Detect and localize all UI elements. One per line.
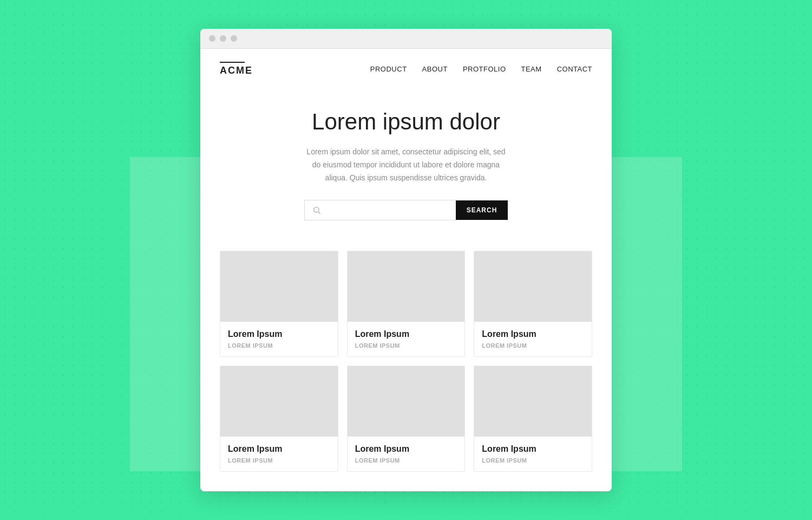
nav-link-protfolio[interactable]: PROTFOLIO xyxy=(463,65,506,73)
nav-link-contact[interactable]: CONTACT xyxy=(557,65,592,73)
card-1-image xyxy=(220,251,338,322)
card-5-title: Lorem Ipsum xyxy=(355,444,457,454)
card-5-image xyxy=(348,366,465,437)
card-3-subtitle: LOREM IPSUM xyxy=(482,342,584,349)
logo-area: ACME xyxy=(220,62,253,76)
card-4-subtitle: LOREM IPSUM xyxy=(228,457,330,464)
card-3[interactable]: Lorem Ipsum LOREM IPSUM xyxy=(474,251,592,357)
browser-content: ACME PRODUCT ABOUT PROTFOLIO TEAM CONTAC… xyxy=(200,49,612,491)
nav-link-team[interactable]: TEAM xyxy=(521,65,542,73)
card-1-subtitle: LOREM IPSUM xyxy=(228,342,330,349)
card-6-image xyxy=(474,366,592,437)
card-6-body: Lorem Ipsum LOREM IPSUM xyxy=(474,437,592,471)
browser-dot-red xyxy=(209,35,215,42)
logo-line xyxy=(220,62,245,63)
search-button[interactable]: SEARCH xyxy=(456,200,508,220)
card-5-body: Lorem Ipsum LOREM IPSUM xyxy=(348,437,465,471)
search-input-wrapper xyxy=(304,200,456,220)
search-input[interactable] xyxy=(325,206,448,214)
card-3-image xyxy=(474,251,592,322)
card-4[interactable]: Lorem Ipsum LOREM IPSUM xyxy=(220,366,338,472)
card-6[interactable]: Lorem Ipsum LOREM IPSUM xyxy=(474,366,592,472)
browser-window: ACME PRODUCT ABOUT PROTFOLIO TEAM CONTAC… xyxy=(200,29,612,491)
card-2-title: Lorem Ipsum xyxy=(355,329,457,339)
card-5[interactable]: Lorem Ipsum LOREM IPSUM xyxy=(347,366,466,472)
card-4-title: Lorem Ipsum xyxy=(228,444,330,454)
hero-description: Lorem ipsum dolor sit amet, consectetur … xyxy=(303,146,509,184)
browser-dot-green xyxy=(231,35,237,42)
card-4-body: Lorem Ipsum LOREM IPSUM xyxy=(220,437,338,471)
card-5-subtitle: LOREM IPSUM xyxy=(355,457,457,464)
hero-section: Lorem ipsum dolor Lorem ipsum dolor sit … xyxy=(200,87,612,250)
card-2-body: Lorem Ipsum LOREM IPSUM xyxy=(348,322,465,356)
card-4-image xyxy=(220,366,338,437)
svg-point-0 xyxy=(313,207,318,212)
hero-title: Lorem ipsum dolor xyxy=(220,109,592,135)
card-6-subtitle: LOREM IPSUM xyxy=(482,457,584,464)
search-icon xyxy=(312,206,321,214)
card-1[interactable]: Lorem Ipsum LOREM IPSUM xyxy=(220,251,338,357)
card-6-title: Lorem Ipsum xyxy=(482,444,584,454)
card-2[interactable]: Lorem Ipsum LOREM IPSUM xyxy=(347,251,466,357)
card-grid: Lorem Ipsum LOREM IPSUM Lorem Ipsum LORE… xyxy=(200,251,612,491)
svg-line-1 xyxy=(318,212,320,213)
logo-text: ACME xyxy=(220,65,253,76)
search-bar: SEARCH xyxy=(220,200,592,220)
card-3-title: Lorem Ipsum xyxy=(482,329,584,339)
card-2-subtitle: LOREM IPSUM xyxy=(355,342,457,349)
nav-link-product[interactable]: PRODUCT xyxy=(370,65,407,73)
card-1-body: Lorem Ipsum LOREM IPSUM xyxy=(220,322,338,356)
browser-dot-yellow xyxy=(220,35,226,42)
navbar: ACME PRODUCT ABOUT PROTFOLIO TEAM CONTAC… xyxy=(200,49,612,87)
card-3-body: Lorem Ipsum LOREM IPSUM xyxy=(474,322,592,356)
nav-links: PRODUCT ABOUT PROTFOLIO TEAM CONTACT xyxy=(370,65,592,73)
nav-link-about[interactable]: ABOUT xyxy=(422,65,448,73)
card-2-image xyxy=(348,251,465,322)
browser-chrome xyxy=(200,29,612,49)
card-1-title: Lorem Ipsum xyxy=(228,329,330,339)
